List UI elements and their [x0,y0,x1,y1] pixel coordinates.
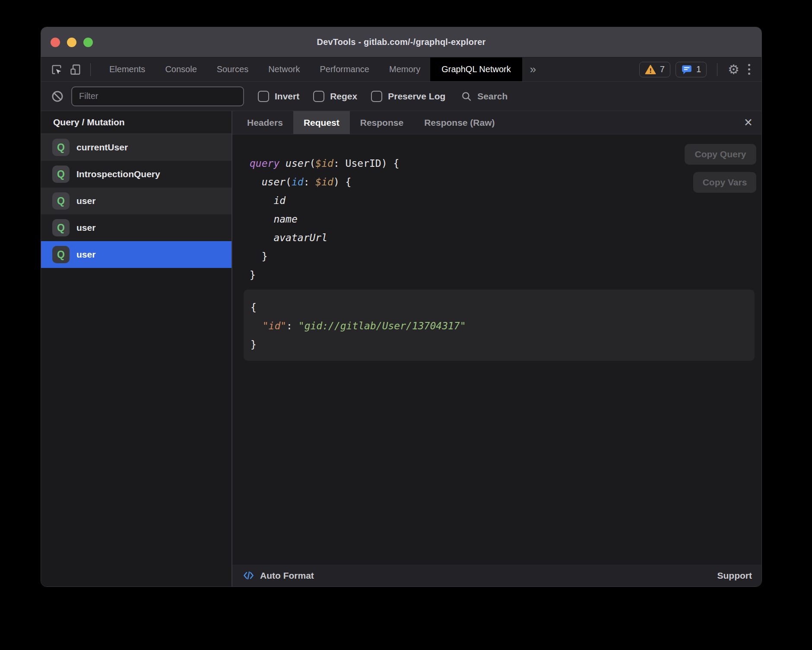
clear-block-icon[interactable] [51,90,63,102]
auto-format-button[interactable]: Auto Format [243,570,314,581]
auto-format-label: Auto Format [260,570,314,581]
window-title: DevTools - gitlab.com/-/graphql-explorer [317,37,485,47]
issues-count: 1 [696,64,701,74]
title-bar: DevTools - gitlab.com/-/graphql-explorer [41,27,761,57]
query-type-badge: Q [52,246,70,263]
main-area: Query / Mutation QcurrentUserQIntrospect… [41,111,761,586]
preserve-log-checkbox[interactable] [371,91,382,102]
filter-input[interactable] [71,86,244,106]
query-list-item-user-2[interactable]: Quser [41,188,232,214]
query-variables-box: { "id": "gid://gitlab/User/13704317" } [244,290,755,361]
tab-memory[interactable]: Memory [379,57,430,81]
request-detail-panel: HeadersRequestResponseResponse (Raw) ✕ C… [232,111,761,586]
regex-label: Regex [330,91,357,102]
issues-badge[interactable]: 1 [676,62,707,77]
filter-bar: Invert Regex Preserve Log Search [41,82,761,111]
query-list-item-label: user [76,249,95,260]
query-list-item-user-3[interactable]: Quser [41,214,232,241]
query-type-badge: Q [52,219,70,236]
query-list-item-introspectionquery-1[interactable]: QIntrospectionQuery [41,161,232,188]
support-link[interactable]: Support [717,570,752,581]
query-type-badge: Q [52,192,70,210]
query-type-badge: Q [52,166,70,183]
tab-performance[interactable]: Performance [310,57,380,81]
query-list-item-currentuser-0[interactable]: QcurrentUser [41,134,232,161]
search-label: Search [477,91,508,102]
kebab-menu-icon[interactable] [745,64,754,75]
search-control[interactable]: Search [461,91,508,102]
device-toolbar-icon[interactable] [69,63,82,76]
tab-sources[interactable]: Sources [207,57,258,81]
invert-checkbox-group[interactable]: Invert [258,91,299,102]
devtools-window: DevTools - gitlab.com/-/graphql-explorer… [41,27,762,587]
inspect-element-icon[interactable] [50,63,63,76]
minimize-window-button[interactable] [67,38,76,47]
query-list-item-label: currentUser [76,142,128,153]
graphql-query-code: query user($id: UserID) { user(id: $id) … [250,154,761,284]
tab-elements[interactable]: Elements [99,57,155,81]
detail-tab-headers[interactable]: Headers [237,111,293,134]
preserve-log-label: Preserve Log [388,91,445,102]
query-list-item-label: user [76,196,95,206]
more-tabs-icon[interactable]: » [522,63,544,76]
detail-tab-response[interactable]: Response [350,111,414,134]
query-list-item-label: user [76,223,95,233]
query-list-header: Query / Mutation [41,111,232,134]
invert-checkbox[interactable] [258,91,269,102]
query-list: QcurrentUserQIntrospectionQueryQuserQuse… [41,134,232,268]
search-icon [461,91,472,102]
request-tab-content: Copy Query Copy Vars query user($id: Use… [232,134,761,564]
regex-checkbox[interactable] [313,91,324,102]
toolbar-right-cluster: 7 1 ⚙ [639,62,761,77]
tab-network[interactable]: Network [258,57,310,81]
tab-console[interactable]: Console [155,57,206,81]
copy-query-button[interactable]: Copy Query [685,144,756,165]
cluster-divider [717,63,717,76]
traffic-lights [51,27,93,57]
tab-graphql-network[interactable]: GraphQL Network [430,57,522,81]
query-list-item-label: IntrospectionQuery [76,169,160,179]
query-list-panel: Query / Mutation QcurrentUserQIntrospect… [41,111,232,586]
copy-vars-button[interactable]: Copy Vars [693,172,756,193]
warnings-badge[interactable]: 7 [639,62,670,77]
invert-label: Invert [275,91,299,102]
main-tabs: ElementsConsoleSourcesNetworkPerformance… [99,57,430,81]
detail-footer: Auto Format Support [232,564,761,586]
warning-icon [645,64,656,75]
message-icon [681,64,692,75]
close-window-button[interactable] [51,38,60,47]
regex-checkbox-group[interactable]: Regex [313,91,357,102]
code-brackets-icon [243,570,254,581]
query-variables-code: { "id": "gid://gitlab/User/13704317" } [251,298,748,354]
close-detail-icon[interactable]: ✕ [744,116,753,129]
detail-tab-response-raw[interactable]: Response (Raw) [414,111,505,134]
query-list-item-user-4[interactable]: Quser [41,241,232,268]
toolbar-divider [90,63,91,76]
settings-gear-icon[interactable]: ⚙ [728,63,739,76]
preserve-log-checkbox-group[interactable]: Preserve Log [371,91,445,102]
query-type-badge: Q [52,139,70,156]
warnings-count: 7 [660,64,665,74]
detail-tab-bar: HeadersRequestResponseResponse (Raw) ✕ [232,111,761,134]
zoom-window-button[interactable] [83,38,93,47]
devtools-tab-bar: ElementsConsoleSourcesNetworkPerformance… [41,57,761,82]
detail-tab-request[interactable]: Request [293,111,350,134]
